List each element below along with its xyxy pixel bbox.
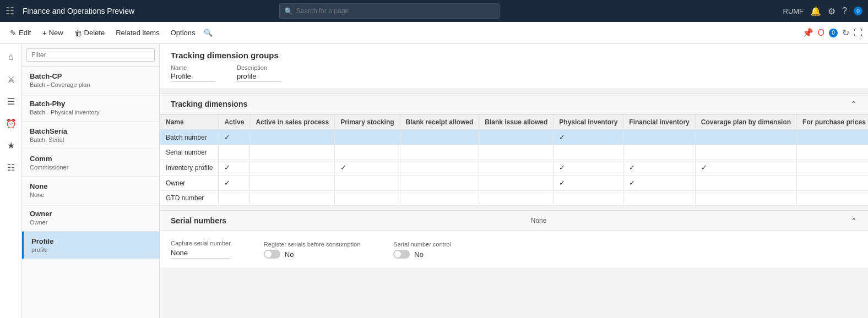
section-header: Tracking dimension groups Name Profile D…: [160, 44, 868, 89]
sidebar-item-profile[interactable]: Profileprofile: [22, 232, 159, 259]
tracking-dimensions-header[interactable]: Tracking dimensions ⌃: [160, 94, 868, 114]
tracking-dimensions-table: NameActiveActive in sales processPrimary…: [160, 114, 868, 206]
serial-numbers-section: Serial numbers None ⌃ Capture serial num…: [160, 210, 868, 267]
col-name: Name: [160, 115, 219, 130]
register-toggle[interactable]: [264, 250, 280, 259]
nav-icons: ⌂ ⚔ ☰ ⏰ ★ ☷: [0, 44, 22, 318]
edit-icon: ✎: [10, 29, 17, 37]
name-col: Name Profile: [171, 64, 215, 82]
description-label: Description: [237, 64, 281, 71]
search-toolbar-icon[interactable]: 🔍: [204, 29, 213, 37]
table-row[interactable]: Batch number✓✓: [160, 130, 869, 145]
register-toggle-group: No: [264, 250, 360, 259]
col-for-purchase-prices: For purchase prices: [797, 115, 868, 130]
options-button[interactable]: Options: [166, 26, 200, 39]
serial-header[interactable]: Serial numbers None ⌃: [160, 210, 868, 231]
app-title: Finance and Operations Preview: [23, 7, 134, 15]
col-blank-issue-allowed: Blank issue allowed: [479, 115, 554, 130]
top-bar-right: RUMF 🔔 ⚙ ? 0: [783, 6, 862, 17]
col-active-in-sales-process: Active in sales process: [250, 115, 335, 130]
refresh-icon[interactable]: ↻: [842, 28, 849, 38]
sidebar-item-batchseria[interactable]: BatchSeriaBatch, Serial: [22, 122, 159, 149]
pin-icon[interactable]: 📌: [802, 28, 813, 38]
table-row[interactable]: GTD number: [160, 191, 869, 206]
control-field: Serial number control No: [393, 241, 451, 259]
tracking-dimensions-section: Tracking dimensions ⌃ NameActiveActive i…: [160, 94, 868, 206]
control-label: Serial number control: [393, 241, 451, 248]
control-value: No: [414, 250, 424, 259]
nav-filter-icon[interactable]: ⚔: [2, 70, 20, 88]
description-value: profile: [237, 72, 281, 82]
toolbar-badge: 0: [829, 29, 838, 37]
toolbar: ✎ Edit + New 🗑 Delete Related items Opti…: [0, 22, 868, 44]
register-value: No: [285, 250, 294, 259]
serial-badge: None: [531, 217, 547, 224]
bell-icon[interactable]: 🔔: [810, 6, 821, 17]
col-blank-receipt-allowed: Blank receipt allowed: [400, 115, 479, 130]
sidebar: Batch-CPBatch - Coverage planBatch-PhyBa…: [22, 44, 160, 318]
control-toggle[interactable]: [393, 250, 410, 259]
register-field: Register serials before consumption No: [264, 241, 360, 259]
settings-icon[interactable]: ⚙: [828, 6, 836, 17]
edit-button[interactable]: ✎ Edit: [6, 26, 35, 40]
control-toggle-group: No: [393, 250, 451, 259]
register-label: Register serials before consumption: [264, 241, 360, 248]
tracking-dimensions-title: Tracking dimensions: [171, 100, 247, 108]
top-bar: ☷ Finance and Operations Preview 🔍 RUMF …: [0, 0, 868, 22]
notifications-badge: 0: [854, 7, 862, 15]
sidebar-item-batch-cp[interactable]: Batch-CPBatch - Coverage plan: [22, 67, 159, 94]
collapse-icon: ⌃: [850, 100, 857, 108]
col-coverage-plan-by-dimension: Coverage plan by dimension: [695, 115, 796, 130]
sidebar-item-owner[interactable]: OwnerOwner: [22, 204, 159, 232]
col-primary-stocking: Primary stocking: [335, 115, 400, 130]
related-items-button[interactable]: Related items: [111, 26, 164, 39]
nav-bookmark-icon[interactable]: ★: [2, 136, 20, 154]
col-physical-inventory: Physical inventory: [554, 115, 623, 130]
table-row[interactable]: Owner✓✓✓✓: [160, 176, 869, 191]
plus-icon: +: [42, 29, 46, 37]
fullscreen-icon[interactable]: ⛶: [854, 28, 862, 38]
nav-list-icon[interactable]: ☰: [2, 92, 20, 110]
office-icon[interactable]: O: [818, 28, 824, 38]
nav-menu-icon[interactable]: ☷: [2, 158, 20, 176]
serial-body: Capture serial number None Register seri…: [160, 231, 868, 267]
table-row[interactable]: Serial number: [160, 145, 869, 160]
search-box[interactable]: 🔍: [279, 3, 500, 19]
toolbar-right: 📌 O 0 ↻ ⛶: [802, 28, 862, 38]
delete-icon: 🗑: [74, 29, 82, 37]
serial-collapse-icon: ⌃: [851, 217, 857, 225]
table-row[interactable]: Inventory profile✓✓✓✓✓✓: [160, 160, 869, 176]
sidebar-item-comm[interactable]: CommCommissioner: [22, 149, 159, 177]
help-icon[interactable]: ?: [842, 6, 847, 16]
serial-title: Serial numbers: [171, 216, 226, 225]
capture-field: Capture serial number None: [171, 240, 231, 259]
delete-button[interactable]: 🗑 Delete: [70, 26, 110, 40]
search-icon: 🔍: [284, 7, 293, 15]
detail-row: Name Profile Description profile: [171, 64, 857, 82]
nav-home-icon[interactable]: ⌂: [2, 48, 20, 66]
col-active: Active: [219, 115, 250, 130]
name-value: Profile: [171, 72, 215, 82]
sidebar-filter-area: [22, 44, 159, 67]
new-button[interactable]: + New: [37, 26, 67, 40]
col-financial-inventory: Financial inventory: [623, 115, 695, 130]
grid-icon[interactable]: ☷: [6, 5, 14, 17]
sidebar-list: Batch-CPBatch - Coverage planBatch-PhyBa…: [22, 67, 159, 318]
user-label: RUMF: [783, 7, 804, 15]
sidebar-item-none[interactable]: NoneNone: [22, 177, 159, 204]
nav-clock-icon[interactable]: ⏰: [2, 114, 20, 132]
layout: ⌂ ⚔ ☰ ⏰ ★ ☷ Batch-CPBatch - Coverage pla…: [0, 44, 868, 318]
name-label: Name: [171, 64, 215, 71]
search-input[interactable]: [296, 7, 495, 15]
capture-value[interactable]: None: [171, 249, 231, 259]
tracking-dimensions-table-wrapper: NameActiveActive in sales processPrimary…: [160, 114, 868, 206]
description-col: Description profile: [237, 64, 281, 82]
sidebar-item-batch-phy[interactable]: Batch-PhyBatch - Physical inventory: [22, 94, 159, 122]
sidebar-filter-input[interactable]: [26, 48, 155, 62]
section-title: Tracking dimension groups: [171, 51, 857, 60]
main-content: Tracking dimension groups Name Profile D…: [160, 44, 868, 318]
capture-label: Capture serial number: [171, 240, 231, 246]
